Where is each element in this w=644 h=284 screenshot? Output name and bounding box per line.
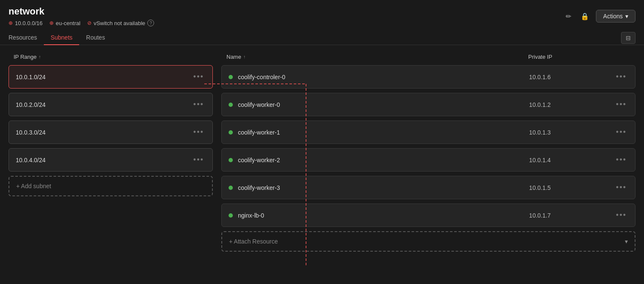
help-icon[interactable]: ? bbox=[147, 20, 154, 26]
resource-card-1[interactable]: coolify-controler-0 10.0.1.6 ••• bbox=[221, 65, 635, 89]
header-meta: ⊕ 10.0.0.0/16 ⊕ eu-central ⊘ vSwitch not… bbox=[9, 20, 154, 26]
resource-menu-1[interactable]: ••• bbox=[614, 72, 628, 82]
lock-button[interactable]: 🔒 bbox=[578, 10, 592, 23]
vswitch-label: vSwitch not available bbox=[94, 20, 145, 26]
resource-ip-5: 10.0.1.5 bbox=[529, 184, 614, 191]
attach-resource-label: + Attach Resource bbox=[229, 238, 278, 245]
location-icon: ⊕ bbox=[49, 20, 54, 26]
subnet-ip-4: 10.0.4.0/24 bbox=[16, 157, 46, 164]
subnets-panel: IP Range ↑ 10.0.1.0/24 ••• 10.0.2.0/24 •… bbox=[9, 54, 213, 272]
resource-card-4[interactable]: coolify-worker-2 10.0.1.4 ••• bbox=[221, 148, 635, 172]
tab-routes[interactable]: Routes bbox=[79, 31, 112, 45]
subnet-card-4[interactable]: 10.0.4.0/24 ••• bbox=[9, 148, 213, 172]
subnet-ip-1: 10.0.1.0/24 bbox=[16, 74, 46, 80]
resource-card-5[interactable]: coolify-worker-3 10.0.1.5 ••• bbox=[221, 176, 635, 199]
status-dot-4 bbox=[229, 158, 233, 162]
name-sort-icon: ↑ bbox=[243, 55, 246, 59]
resource-card-6[interactable]: nginx-lb-0 10.0.1.7 ••• bbox=[221, 204, 635, 227]
main-content: IP Range ↑ 10.0.1.0/24 ••• 10.0.2.0/24 •… bbox=[0, 45, 644, 280]
add-subnet-label: + Add subnet bbox=[16, 183, 51, 189]
actions-button[interactable]: Actions ▾ bbox=[596, 10, 635, 23]
edit-button[interactable]: ✏ bbox=[563, 10, 574, 23]
network-icon: ⊕ bbox=[9, 20, 13, 26]
resources-column-headers: Name ↑ Private IP bbox=[221, 54, 635, 65]
name-column-header: Name ↑ bbox=[226, 54, 528, 60]
attach-resource-button[interactable]: + Attach Resource ▾ bbox=[221, 231, 635, 252]
region-meta: ⊕ eu-central bbox=[49, 20, 80, 26]
subnet-card-1[interactable]: 10.0.1.0/24 ••• bbox=[9, 65, 213, 89]
resource-menu-3[interactable]: ••• bbox=[614, 127, 628, 138]
vswitch-icon: ⊘ bbox=[87, 20, 92, 26]
ip-meta: ⊕ 10.0.0.0/16 bbox=[9, 20, 43, 26]
actions-label: Actions bbox=[603, 13, 623, 20]
subnet-card-3[interactable]: 10.0.3.0/24 ••• bbox=[9, 120, 213, 144]
resource-name-6: nginx-lb-0 bbox=[238, 212, 529, 219]
add-subnet-button[interactable]: + Add subnet bbox=[9, 176, 213, 196]
header-left: network ⊕ 10.0.0.0/16 ⊕ eu-central ⊘ vSw… bbox=[9, 6, 154, 26]
page-title: network bbox=[9, 6, 154, 17]
name-header-label: Name bbox=[226, 54, 241, 60]
resource-ip-1: 10.0.1.6 bbox=[529, 74, 614, 80]
resource-menu-4[interactable]: ••• bbox=[614, 155, 628, 165]
subnet-menu-4[interactable]: ••• bbox=[192, 155, 206, 165]
resource-menu-2[interactable]: ••• bbox=[614, 99, 628, 110]
vswitch-meta: ⊘ vSwitch not available ? bbox=[87, 20, 154, 26]
header-right: ✏ 🔒 Actions ▾ bbox=[563, 10, 635, 23]
tab-subnets[interactable]: Subnets bbox=[44, 31, 79, 45]
status-dot-2 bbox=[229, 103, 233, 107]
subnet-ip-2: 10.0.2.0/24 bbox=[16, 101, 46, 108]
tab-bar: Resources Subnets Routes ⊟ bbox=[0, 31, 644, 45]
page-header: network ⊕ 10.0.0.0/16 ⊕ eu-central ⊘ vSw… bbox=[0, 0, 644, 26]
resource-menu-6[interactable]: ••• bbox=[614, 210, 628, 221]
subnet-menu-2[interactable]: ••• bbox=[192, 99, 206, 110]
resource-card-3[interactable]: coolify-worker-1 10.0.1.3 ••• bbox=[221, 120, 635, 144]
status-dot-3 bbox=[229, 130, 233, 135]
sort-asc-icon: ↑ bbox=[39, 55, 41, 59]
filter-button[interactable]: ⊟ bbox=[621, 32, 635, 44]
resource-name-5: coolify-worker-3 bbox=[238, 184, 529, 191]
subnet-menu-1[interactable]: ••• bbox=[192, 72, 206, 82]
subnets-column-header: IP Range ↑ bbox=[9, 54, 213, 65]
network-ip: 10.0.0.0/16 bbox=[15, 20, 43, 26]
resource-name-3: coolify-worker-1 bbox=[238, 129, 529, 136]
resource-ip-4: 10.0.1.4 bbox=[529, 157, 614, 164]
resources-panel: Name ↑ Private IP coolify-controler-0 10… bbox=[213, 54, 635, 272]
chevron-down-icon: ▾ bbox=[625, 13, 628, 20]
ip-column-header: Private IP bbox=[528, 54, 613, 60]
resource-ip-2: 10.0.1.2 bbox=[529, 101, 614, 108]
subnet-card-2[interactable]: 10.0.2.0/24 ••• bbox=[9, 93, 213, 116]
attach-chevron-icon: ▾ bbox=[625, 238, 628, 245]
resource-name-4: coolify-worker-2 bbox=[238, 157, 529, 164]
resource-name-2: coolify-worker-0 bbox=[238, 101, 529, 108]
ip-header-label: Private IP bbox=[528, 54, 552, 60]
resource-card-2[interactable]: coolify-worker-0 10.0.1.2 ••• bbox=[221, 93, 635, 116]
subnet-ip-3: 10.0.3.0/24 bbox=[16, 129, 46, 136]
status-dot-5 bbox=[229, 186, 233, 190]
ip-range-header-label: IP Range bbox=[14, 54, 37, 60]
tab-resources[interactable]: Resources bbox=[9, 31, 44, 45]
status-dot-1 bbox=[229, 75, 233, 79]
resource-ip-6: 10.0.1.7 bbox=[529, 212, 614, 219]
subnet-menu-3[interactable]: ••• bbox=[192, 127, 206, 138]
resource-ip-3: 10.0.1.3 bbox=[529, 129, 614, 136]
resource-name-1: coolify-controler-0 bbox=[238, 74, 529, 80]
region-label: eu-central bbox=[56, 20, 80, 26]
status-dot-6 bbox=[229, 213, 233, 218]
resource-menu-5[interactable]: ••• bbox=[614, 182, 628, 193]
